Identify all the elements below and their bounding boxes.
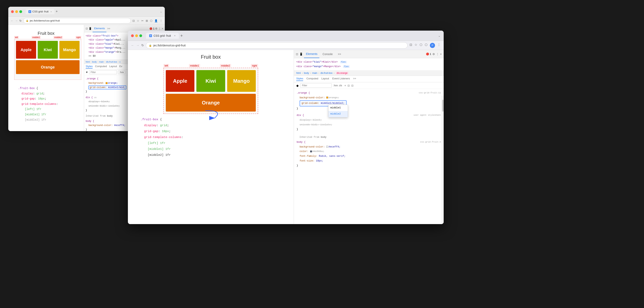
front-tab-styles[interactable]: Styles [296,77,303,81]
address-bar-front[interactable]: 🔒 jec.fish/demo/css-grid-fruit [146,42,408,48]
front-tab-event-listeners[interactable]: Event Listeners [332,77,350,81]
minimize-button-front[interactable] [135,34,138,37]
fruit-page-back: Fruit box left middle1 middle2 right App… [8,25,84,130]
bookmark-icon-front[interactable]: ☆ [414,43,417,48]
tab-close-back[interactable]: × [50,10,52,13]
styles-tab-computed-back[interactable]: Computed [95,65,107,68]
tab-favicon-front: ⊞ [149,34,152,37]
div-css-rule-front: div { user agent stylesheet display: blo… [297,113,441,132]
front-bc-fruitbox[interactable]: div.fruit-box [320,72,332,74]
front-console-tab[interactable]: Console [320,50,334,58]
share-icon-front[interactable]: ⬡ [425,43,428,48]
traffic-lights-front [131,34,142,37]
ac-middle1[interactable]: middle1 [328,105,348,111]
active-tab-back[interactable]: ⊞ CSS grid- fruit × [26,9,54,14]
reload-button-back[interactable]: ↻ [19,19,22,22]
bc-main-back[interactable]: main [99,60,104,63]
front-label-right: right [251,64,258,67]
front-tab-computed[interactable]: Computed [306,77,318,81]
ac-middle2[interactable]: middle2 [328,111,348,117]
bc-body-back[interactable]: body [92,60,97,63]
screencast-icon-front[interactable]: ⊡ [410,43,412,48]
scrollbar-track[interactable] [442,96,444,224]
new-tab-button-back[interactable]: + [56,10,58,14]
devtools-settings-icon-back[interactable]: ⚙ [155,27,158,30]
puzzle-icon[interactable]: ⊞ [146,19,148,22]
forward-button-front[interactable]: → [136,44,139,47]
close-button-front[interactable] [131,34,134,37]
back-button-front[interactable]: ← [131,44,134,47]
profile-icon[interactable]: 👤 [154,19,158,22]
orange-css-rule: .orange { css-grid-fruit:11 background-c… [297,91,441,111]
new-tab-button-front[interactable]: + [180,33,183,38]
styles-tab-layout-back[interactable]: Layout [109,65,117,68]
front-bc-html[interactable]: html [296,72,301,74]
address-bar-back[interactable]: 🔒 jec.fish/demo/css-grid-fruit [23,18,131,24]
scissors-icon[interactable]: ✂ [141,19,144,22]
devtools-more-tabs-back[interactable]: >> [107,27,110,30]
devtools-elements-tab-back[interactable]: Elements [92,25,106,32]
devtools-inspect-icon-back[interactable]: ⊡ [86,27,88,30]
tab-area-front: ⊞ CSS grid- fruit × + ⌄ [146,33,440,39]
tab-close-front[interactable]: × [174,34,176,37]
bc-c-back[interactable]: c [120,60,120,63]
front-copy-icon[interactable]: ⊡ [348,84,350,87]
back-button-back[interactable]: ← [11,19,14,22]
front-page: Fruit box left middle1 middle2 right App… [128,50,294,224]
front-elements-tab[interactable]: Elements [304,50,319,58]
menu-icon-front[interactable]: ⋮ [437,43,440,48]
front-tab-layout[interactable]: Layout [321,77,329,81]
front-bc-orange[interactable]: div.orange [336,72,348,75]
bc-html-back[interactable]: html [86,60,90,63]
tab-menu-front[interactable]: ⌄ [438,34,440,37]
autocomplete-dropdown: middle1 middle2 [328,105,348,118]
front-filter-bar: ◆ :hov .cls + ⊡ ⊡ [294,82,444,89]
screen-cast-icon[interactable]: ⊡ [132,19,135,22]
front-filter-icon: ◆ [296,84,298,88]
forward-button-back[interactable]: → [15,19,18,22]
front-bc-body[interactable]: body [304,72,309,74]
front-fruit-title: Fruit box [136,54,286,60]
active-tab-front[interactable]: ⊞ CSS grid- fruit × [146,33,179,39]
styles-tab-ev-back[interactable]: Ev [119,65,122,68]
styles-tab-styles-back[interactable]: Styles [86,65,92,68]
front-expand-icon[interactable]: ⊡ [351,84,354,87]
front-inspect-icon[interactable]: ⊡ [296,52,298,56]
profile-icon-front[interactable]: P [430,43,435,48]
devtools-close-icon-back[interactable]: × [162,27,163,30]
devtools-device-icon-back[interactable]: 📱 [88,27,92,30]
nav-icons-back: ⊡ ☆ ✂ ⊞ ⬡ 👤 ⋮ [132,19,162,22]
front-settings-icon[interactable]: ⚙ [432,52,435,56]
front-more-tabs[interactable]: >> [336,50,343,58]
reload-button-front[interactable]: ↻ [141,44,144,47]
front-hov-btn[interactable]: :hov .cls [333,84,342,87]
front-bc-main[interactable]: main [312,72,317,74]
front-add-rule-icon[interactable]: + [344,84,346,87]
front-filter-input[interactable] [300,83,332,88]
tab-menu-button-back[interactable]: ⌄ [160,10,162,13]
maximize-button-back[interactable] [19,10,22,13]
bc-fruitbox-back[interactable]: div.fruit-box [106,60,117,63]
label-middle1-back: middle1 [32,36,41,39]
close-button-back[interactable] [11,10,14,13]
minimize-button-back[interactable] [15,10,18,13]
front-html-tree: <div class="kiwi">Kiwi</div> flex <div c… [294,58,444,70]
front-close-icon[interactable]: × [440,52,442,56]
front-device-icon[interactable]: 📱 [300,52,303,56]
hov-button-back[interactable]: :hov [118,70,125,74]
devtools-menu-icon-back[interactable]: ⋮ [158,27,161,30]
orange-cell-back: Orange [16,60,80,74]
scrollbar-thumb[interactable] [442,100,444,112]
orange-source: css-grid-fruit:11 [419,91,441,96]
share-icon[interactable]: ⬡ [150,19,152,22]
tab-title-back: CSS grid- fruit [32,10,48,13]
label-right-back: right [76,36,81,39]
front-tab-more[interactable]: >> [353,77,356,81]
front-menu-icon[interactable]: ⋮ [436,52,439,56]
fruit-box-title-back: Fruit box [14,31,78,36]
download-icon-front[interactable]: ⬡ [420,43,422,48]
bookmark-icon[interactable]: ☆ [137,19,139,22]
maximize-button-front[interactable] [139,34,142,37]
filter-input-back[interactable] [89,70,117,74]
menu-icon[interactable]: ⋮ [160,19,162,22]
